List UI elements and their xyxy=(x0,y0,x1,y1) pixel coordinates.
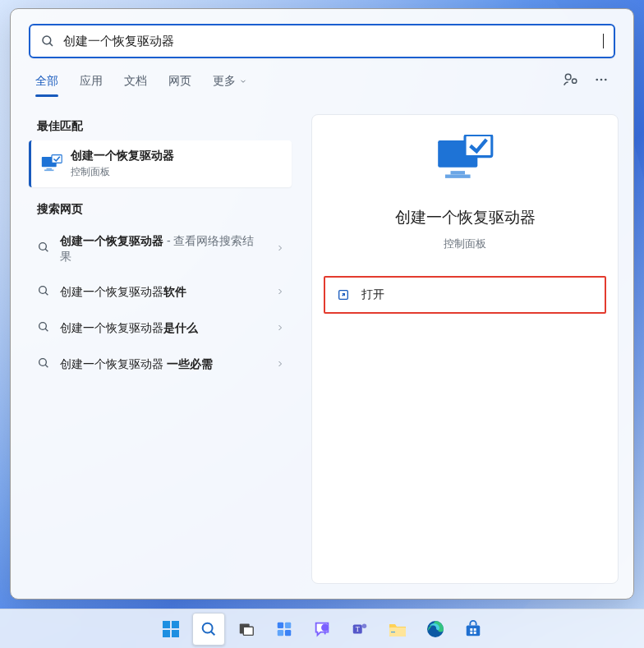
svg-line-14 xyxy=(45,292,48,295)
web-result-text: 创建一个恢复驱动器 一些必需 xyxy=(60,356,265,372)
scope-tabs: 全部 应用 文档 网页 更多 xyxy=(11,63,633,99)
svg-point-6 xyxy=(605,79,607,81)
account-icon[interactable] xyxy=(563,71,579,90)
chevron-down-icon xyxy=(239,77,247,85)
svg-rect-24 xyxy=(163,621,170,628)
svg-rect-31 xyxy=(243,627,253,635)
svg-point-11 xyxy=(39,243,47,250)
svg-rect-8 xyxy=(47,168,53,169)
widgets-icon xyxy=(275,620,293,638)
web-result-text: 创建一个恢复驱动器软件 xyxy=(60,284,265,300)
svg-point-28 xyxy=(203,623,213,632)
svg-point-13 xyxy=(39,286,47,293)
search-bar-container xyxy=(11,9,633,63)
web-result[interactable]: 创建一个恢复驱动器 - 查看网络搜索结果 xyxy=(25,223,297,274)
svg-rect-43 xyxy=(467,625,481,636)
search-icon xyxy=(200,620,218,638)
svg-line-18 xyxy=(45,365,48,367)
tab-all[interactable]: 全部 xyxy=(35,74,58,97)
svg-rect-33 xyxy=(285,622,291,627)
more-options-icon[interactable] xyxy=(594,72,609,90)
edge-icon xyxy=(426,619,445,639)
windows-logo-icon xyxy=(161,619,181,639)
svg-rect-27 xyxy=(172,630,179,637)
search-icon xyxy=(37,241,50,257)
taskview-icon xyxy=(237,620,255,638)
svg-rect-46 xyxy=(470,631,472,633)
preview-subtitle: 控制面板 xyxy=(444,237,486,251)
svg-rect-20 xyxy=(451,171,466,174)
taskbar-widgets-button[interactable] xyxy=(268,613,301,646)
svg-rect-34 xyxy=(278,629,283,635)
search-web-heading: 搜索网页 xyxy=(25,197,297,223)
svg-line-1 xyxy=(49,43,53,46)
svg-line-12 xyxy=(45,249,48,251)
best-match-result[interactable]: 创建一个恢复驱动器 控制面板 xyxy=(29,140,292,187)
web-result-text: 创建一个恢复驱动器是什么 xyxy=(60,320,265,336)
svg-rect-47 xyxy=(474,631,476,633)
svg-point-3 xyxy=(573,79,577,83)
svg-rect-32 xyxy=(278,622,283,627)
svg-point-39 xyxy=(362,623,367,628)
search-bar[interactable] xyxy=(29,24,615,58)
web-result[interactable]: 创建一个恢复驱动器软件 xyxy=(25,274,297,310)
svg-line-29 xyxy=(211,631,214,634)
teams-icon: T xyxy=(351,620,369,638)
svg-line-16 xyxy=(45,329,48,331)
taskbar-explorer-button[interactable] xyxy=(381,613,414,646)
taskbar-taskview-button[interactable] xyxy=(230,613,263,646)
web-result[interactable]: 创建一个恢复驱动器是什么 xyxy=(25,310,297,347)
tab-apps[interactable]: 应用 xyxy=(80,74,103,97)
taskbar-chat-button[interactable] xyxy=(306,613,338,646)
taskbar-edge-button[interactable] xyxy=(419,613,452,646)
tab-web[interactable]: 网页 xyxy=(168,74,191,97)
svg-rect-25 xyxy=(172,621,179,628)
svg-text:T: T xyxy=(356,625,360,632)
web-result-text: 创建一个恢复驱动器 - 查看网络搜索结果 xyxy=(60,233,265,264)
svg-point-2 xyxy=(565,74,571,80)
taskbar-teams-button[interactable]: T xyxy=(343,613,376,646)
svg-point-17 xyxy=(39,358,47,365)
open-action-label: 打开 xyxy=(361,287,384,302)
preview-actions: 打开 xyxy=(312,276,618,314)
chevron-right-icon xyxy=(275,285,285,300)
svg-rect-22 xyxy=(465,135,492,156)
svg-rect-21 xyxy=(445,175,471,178)
best-match-subtitle: 控制面板 xyxy=(71,165,174,179)
best-match-heading: 最佳匹配 xyxy=(25,114,297,140)
text-caret xyxy=(603,34,604,48)
search-input[interactable] xyxy=(63,34,605,48)
tab-more[interactable]: 更多 xyxy=(213,74,247,97)
recovery-drive-icon xyxy=(41,154,62,174)
open-external-icon xyxy=(337,288,350,301)
web-results-list: 创建一个恢复驱动器 - 查看网络搜索结果 创建一个恢复驱动器软件 xyxy=(25,223,297,383)
svg-rect-35 xyxy=(285,629,291,635)
svg-point-5 xyxy=(600,79,603,81)
tab-more-label: 更多 xyxy=(213,74,236,89)
search-icon xyxy=(37,356,50,373)
results-left-column: 最佳匹配 创建一个恢复驱动器 控制面板 搜索网页 xyxy=(25,114,297,584)
best-match-title: 创建一个恢复驱动器 xyxy=(71,149,174,163)
search-icon xyxy=(37,320,50,337)
web-result[interactable]: 创建一个恢复驱动器 一些必需 xyxy=(25,347,297,383)
taskbar-start-button[interactable] xyxy=(154,613,187,646)
svg-rect-9 xyxy=(44,169,53,171)
tab-documents[interactable]: 文档 xyxy=(124,74,147,97)
taskbar-store-button[interactable] xyxy=(457,613,490,646)
start-search-window: 全部 应用 文档 网页 更多 最佳匹配 xyxy=(10,8,634,600)
recovery-drive-icon-large xyxy=(436,135,494,189)
open-action[interactable]: 打开 xyxy=(324,276,606,314)
taskbar: T xyxy=(0,609,644,648)
taskbar-search-button[interactable] xyxy=(192,613,225,646)
chevron-right-icon xyxy=(275,321,285,336)
svg-rect-41 xyxy=(391,632,395,632)
svg-rect-10 xyxy=(52,154,62,163)
store-icon xyxy=(464,620,482,638)
chevron-right-icon xyxy=(275,357,285,372)
svg-point-15 xyxy=(39,322,47,329)
svg-rect-44 xyxy=(470,628,472,631)
svg-rect-26 xyxy=(163,630,170,637)
search-icon xyxy=(37,284,50,301)
best-match-text: 创建一个恢复驱动器 控制面板 xyxy=(71,149,174,179)
chat-icon xyxy=(313,620,331,638)
